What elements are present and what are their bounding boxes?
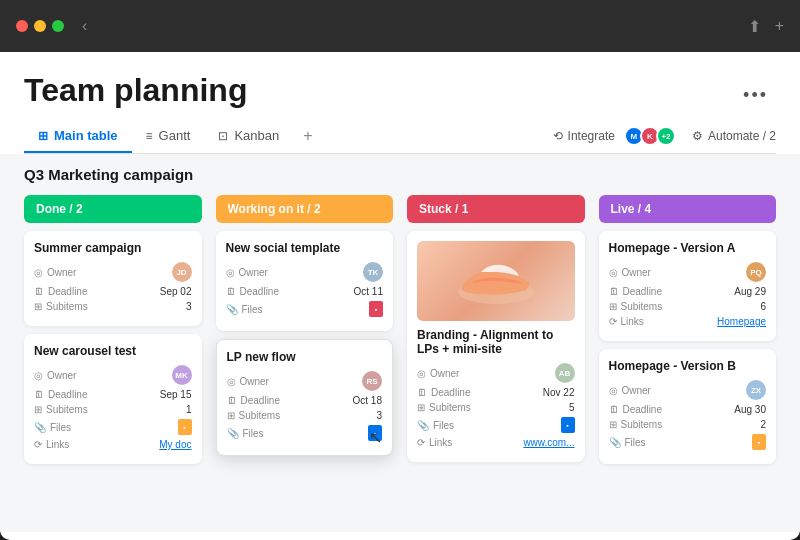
links-icon: ⟳	[34, 439, 42, 450]
card-row-links: ⟳ Links My doc	[34, 439, 192, 450]
calendar-icon: 🗓	[227, 395, 237, 406]
automate-button[interactable]: ⚙ Automate / 2	[692, 129, 776, 143]
page-title: Team planning	[24, 72, 247, 109]
avatar: TK	[363, 262, 383, 282]
card-summer-campaign: Summer campaign ◎ Owner JD 🗓 Deadline Se…	[24, 231, 202, 326]
avatar-group: M K +2	[620, 126, 676, 146]
more-options-button[interactable]: •••	[743, 85, 776, 106]
maximize-button[interactable]	[52, 20, 64, 32]
links-icon: ⟳	[417, 437, 425, 448]
avatar: AB	[555, 363, 575, 383]
files-icon: 📎	[417, 420, 429, 431]
card-row-owner: ◎ Owner JD	[34, 262, 192, 282]
calendar-icon: 🗓	[609, 404, 619, 415]
files-icon: 📎	[34, 422, 46, 433]
tab-gantt[interactable]: ≡ Gantt	[132, 120, 205, 153]
card-row-subitems: ⊞ Subitems 1	[34, 404, 192, 415]
subitems-icon: ⊞	[609, 419, 617, 430]
main-table-icon: ⊞	[38, 129, 48, 143]
tab-main-table[interactable]: ⊞ Main table	[24, 120, 132, 153]
kanban-icon: ⊡	[218, 129, 228, 143]
automate-icon: ⚙	[692, 129, 703, 143]
gantt-icon: ≡	[146, 129, 153, 143]
subitems-icon: ⊞	[34, 301, 42, 312]
traffic-lights	[16, 20, 64, 32]
subitems-icon: ⊞	[227, 410, 235, 421]
add-tab-button[interactable]: +	[293, 119, 322, 153]
files-icon: 📎	[227, 428, 239, 439]
tab-kanban[interactable]: ⊡ Kanban	[204, 120, 293, 153]
kanban-col-done: Done / 2 Summer campaign ◎ Owner JD 🗓 De…	[24, 195, 202, 472]
app-header: Team planning ••• ⊞ Main table ≡ Gantt ⊡…	[0, 52, 800, 154]
card-new-social: New social template ◎ Owner TK 🗓 Deadlin…	[216, 231, 394, 331]
files-icon: 📎	[226, 304, 238, 315]
avatar: ZX	[746, 380, 766, 400]
kanban-board: Done / 2 Summer campaign ◎ Owner JD 🗓 De…	[24, 195, 776, 472]
owner-icon: ◎	[227, 376, 236, 387]
owner-icon: ◎	[34, 370, 43, 381]
file-attachment[interactable]: ▪	[752, 434, 766, 450]
new-tab-icon[interactable]: +	[775, 17, 784, 36]
tabs-right: ⟲ Integrate M K +2 ⚙ Automate / 2	[553, 126, 776, 146]
subitems-icon: ⊞	[34, 404, 42, 415]
card-homepage-b: Homepage - Version B ◎ Owner ZX 🗓 Deadli…	[599, 349, 777, 464]
col-header-stuck: Stuck / 1	[407, 195, 585, 223]
link[interactable]: My doc	[159, 439, 191, 450]
card-homepage-a: Homepage - Version A ◎ Owner PQ 🗓 Deadli…	[599, 231, 777, 341]
card-image	[417, 241, 575, 321]
section-title: Q3 Marketing campaign	[24, 166, 776, 183]
avatar-plus2: +2	[656, 126, 676, 146]
col-header-live: Live / 4	[599, 195, 777, 223]
calendar-icon: 🗓	[226, 286, 236, 297]
links-icon: ⟳	[609, 316, 617, 327]
browser-toolbar: ⬆ +	[748, 17, 784, 36]
integrate-icon: ⟲	[553, 129, 563, 143]
back-button[interactable]: ‹	[82, 17, 87, 35]
avatar: MK	[172, 365, 192, 385]
col-header-working: Working on it / 2	[216, 195, 394, 223]
kanban-col-stuck: Stuck / 1	[407, 195, 585, 470]
owner-icon: ◎	[417, 368, 426, 379]
kanban-col-live: Live / 4 Homepage - Version A ◎ Owner PQ…	[599, 195, 777, 472]
card-row-deadline: 🗓 Deadline Sep 02	[34, 286, 192, 297]
calendar-icon: 🗓	[417, 387, 427, 398]
file-attachment[interactable]: ▪	[369, 301, 383, 317]
card-row-owner: ◎ Owner MK	[34, 365, 192, 385]
owner-icon: ◎	[609, 267, 618, 278]
calendar-icon: 🗓	[34, 286, 44, 297]
browser-chrome: ‹ ⬆ +	[0, 0, 800, 52]
subitems-icon: ⊞	[417, 402, 425, 413]
card-row-deadline: 🗓 Deadline Sep 15	[34, 389, 192, 400]
card-new-carousel: New carousel test ◎ Owner MK 🗓 Deadline …	[24, 334, 202, 464]
owner-icon: ◎	[609, 385, 618, 396]
col-header-done: Done / 2	[24, 195, 202, 223]
owner-icon: ◎	[226, 267, 235, 278]
file-attachment[interactable]: ▪	[368, 425, 382, 441]
tabs-row: ⊞ Main table ≡ Gantt ⊡ Kanban + ⟲ Integr…	[24, 119, 776, 154]
card-row-files: 📎 Files ▪	[34, 419, 192, 435]
files-icon: 📎	[609, 437, 621, 448]
avatar: RS	[362, 371, 382, 391]
card-row-subitems: ⊞ Subitems 3	[34, 301, 192, 312]
minimize-button[interactable]	[34, 20, 46, 32]
file-attachment[interactable]: ▪	[178, 419, 192, 435]
kanban-col-working: Working on it / 2 New social template ◎ …	[216, 195, 394, 464]
integrate-button[interactable]: ⟲ Integrate M K +2	[553, 126, 676, 146]
card-branding: Branding - Alignment to LPs + mini-site …	[407, 231, 585, 462]
close-button[interactable]	[16, 20, 28, 32]
file-attachment[interactable]: ▪	[561, 417, 575, 433]
shoe-svg	[451, 254, 541, 309]
calendar-icon: 🗓	[34, 389, 44, 400]
main-area: Q3 Marketing campaign Done / 2 Summer ca…	[0, 154, 800, 532]
card-lp-new-flow: LP new flow ◎ Owner RS 🗓 Deadline Oct 18…	[216, 339, 394, 456]
app-content: Team planning ••• ⊞ Main table ≡ Gantt ⊡…	[0, 52, 800, 540]
link[interactable]: Homepage	[717, 316, 766, 327]
avatar: JD	[172, 262, 192, 282]
calendar-icon: 🗓	[609, 286, 619, 297]
share-icon[interactable]: ⬆	[748, 17, 761, 36]
avatar: PQ	[746, 262, 766, 282]
subitems-icon: ⊞	[609, 301, 617, 312]
link[interactable]: www.com...	[523, 437, 574, 448]
owner-icon: ◎	[34, 267, 43, 278]
